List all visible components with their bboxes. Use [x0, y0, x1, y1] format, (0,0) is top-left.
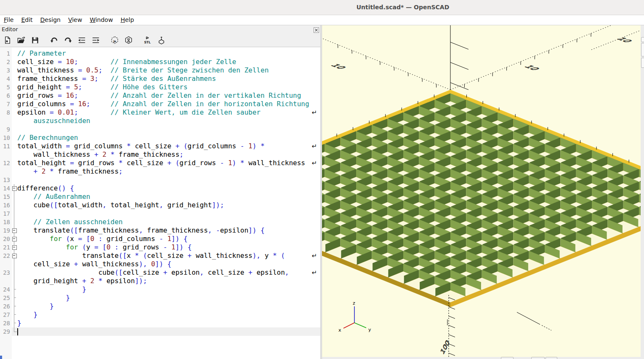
- code-line[interactable]: 5grid_height = 5; // Höhe des Gitters: [0, 83, 320, 91]
- hidden-button[interactable]: [501, 357, 514, 359]
- code-line[interactable]: 4frame_thickness = 3; // Stärke des Auße…: [0, 75, 320, 83]
- code-text: for (y = [0 : grid_rows - 1]) {: [17, 243, 192, 252]
- code-line[interactable]: 18 // Zellen ausschneiden: [0, 218, 320, 226]
- axis-label: z: [353, 300, 355, 306]
- code-text: total_height = grid_rows * cell_size + (…: [17, 159, 305, 167]
- fold-toggle[interactable]: [12, 237, 17, 241]
- code-line[interactable]: 15 // Außenrahmen: [0, 193, 320, 201]
- code-line[interactable]: 29: [0, 327, 320, 336]
- send-to-printer-button[interactable]: [156, 35, 167, 46]
- code-text: // Zellen ausschneiden: [17, 218, 122, 226]
- new-file-button[interactable]: [2, 35, 13, 46]
- code-line[interactable]: 2cell_size = 10; // Innenabmessungen jed…: [0, 58, 320, 66]
- hidden-button[interactable]: [641, 43, 644, 56]
- axis-rulers: [322, 25, 641, 90]
- code-editor[interactable]: 1// Parameter2cell_size = 10; // Innenab…: [0, 48, 320, 359]
- code-line[interactable]: 19 translate([frame_thickness, frame_thi…: [0, 226, 320, 235]
- axis-label: x: [338, 327, 341, 333]
- code-line[interactable]: + 2 * frame_thickness;: [0, 167, 320, 176]
- line-number: 23: [0, 268, 12, 277]
- fold-toggle[interactable]: [12, 186, 17, 191]
- code-line[interactable]: 14difference() {: [0, 184, 320, 193]
- menu-item-file[interactable]: File: [0, 15, 17, 25]
- code-line[interactable]: cell_size + wall_thickness), 0]) {: [0, 260, 320, 268]
- editor-toolbar: »STL: [0, 33, 320, 47]
- viewport-panel[interactable]: 101010100zxy: [322, 25, 641, 357]
- line-number: 18: [0, 218, 12, 226]
- code-text: + 2 * frame_thickness;: [17, 167, 122, 176]
- code-line[interactable]: 27 }: [0, 311, 320, 319]
- code-line[interactable]: 17: [0, 209, 320, 218]
- code-line[interactable]: 23 cube([cell_size + epsilon, cell_size …: [0, 268, 320, 277]
- hidden-button[interactable]: [641, 37, 644, 42]
- code-text: }: [17, 294, 70, 302]
- line-number: 25: [0, 294, 12, 302]
- export-stl-button[interactable]: STL: [142, 35, 153, 46]
- code-line[interactable]: 11total_width = grid_columns * cell_size…: [0, 142, 320, 150]
- fold-column: [12, 159, 17, 167]
- svg-text:STL: STL: [144, 40, 151, 44]
- menu-item-view[interactable]: View: [64, 15, 86, 25]
- code-line[interactable]: 21 for (y = [0 : grid_rows - 1]) {: [0, 243, 320, 252]
- code-line[interactable]: 24 }: [0, 285, 320, 294]
- code-line[interactable]: 25 }: [0, 294, 320, 302]
- line-number: 7: [0, 100, 12, 108]
- openscad-window: Untitled.scad* — OpenSCAD FileEditDesign…: [0, 0, 644, 359]
- code-text: }: [17, 285, 86, 294]
- code-line[interactable]: 13: [0, 176, 320, 184]
- menu-item-window[interactable]: Window: [86, 15, 117, 25]
- code-text: // Berechnungen: [17, 134, 78, 142]
- code-line[interactable]: 6grid_rows = 16; // Anzahl der Zellen in…: [0, 91, 320, 100]
- line-number: [0, 150, 12, 159]
- code-line[interactable]: 16 cube([total_width, total_height, grid…: [0, 201, 320, 209]
- code-line[interactable]: auszuschneiden: [0, 117, 320, 125]
- line-number: [0, 167, 12, 176]
- hidden-button[interactable]: [531, 357, 545, 359]
- window-title: Untitled.scad* — OpenSCAD: [357, 4, 450, 11]
- code-line[interactable]: grid_height + 2 * epsilon]);: [0, 277, 320, 285]
- fold-toggle[interactable]: [12, 245, 17, 250]
- ruler-label: 10: [522, 64, 542, 71]
- menu-item-design[interactable]: Design: [37, 15, 64, 25]
- fold-toggle[interactable]: [12, 254, 17, 258]
- code-line[interactable]: 3wall_thickness = 0.5; // Breite der Ste…: [0, 66, 320, 75]
- code-line[interactable]: 22 translate([x * (cell_size + wall_thic…: [0, 252, 320, 260]
- unindent-icon: [77, 36, 86, 45]
- close-icon[interactable]: [314, 27, 319, 32]
- preview-button[interactable]: »: [109, 35, 120, 46]
- 3d-viewport[interactable]: 101010100zxy: [322, 25, 641, 357]
- fold-toggle[interactable]: [12, 228, 17, 233]
- hidden-button[interactable]: [641, 58, 644, 68]
- text-cursor: [17, 328, 18, 335]
- code-text: grid_height = 5; // Höhe des Gitters: [17, 83, 188, 91]
- open-button[interactable]: [16, 35, 27, 46]
- save-button[interactable]: [29, 35, 40, 46]
- code-line[interactable]: 10// Berechnungen: [0, 134, 320, 142]
- fold-column: [12, 327, 17, 336]
- code-line[interactable]: 7grid_columns = 16; // Anzahl der Zellen…: [0, 100, 320, 108]
- preview-icon: »: [110, 36, 119, 45]
- undo-button[interactable]: [48, 35, 59, 46]
- unindent-button[interactable]: [76, 35, 87, 46]
- code-line[interactable]: 1// Parameter: [0, 49, 320, 58]
- code-line[interactable]: 9: [0, 125, 320, 134]
- wrap-indicator-icon: ↵: [311, 142, 317, 150]
- render-button[interactable]: [123, 35, 134, 46]
- menu-item-edit[interactable]: Edit: [17, 15, 36, 25]
- wrap-indicator-icon: ↵: [311, 108, 317, 117]
- code-line[interactable]: 8epsilon = 0.01; // Kleiner Wert, um die…: [0, 108, 320, 117]
- fold-column: [12, 209, 17, 218]
- hidden-button[interactable]: [546, 357, 557, 359]
- menu-item-help[interactable]: Help: [117, 15, 138, 25]
- redo-button[interactable]: [62, 35, 73, 46]
- code-line[interactable]: 26 }: [0, 302, 320, 311]
- indent-button[interactable]: [90, 35, 101, 46]
- code-line[interactable]: wall_thickness + 2 * frame_thickness;: [0, 150, 320, 159]
- ruler-label: 10: [328, 63, 349, 70]
- code-line[interactable]: 12total_height = grid_rows * cell_size +…: [0, 159, 320, 167]
- code-line[interactable]: 20 for (x = [0 : grid_columns - 1]) {: [0, 235, 320, 243]
- code-area[interactable]: 1// Parameter2cell_size = 10; // Innenab…: [0, 49, 320, 336]
- fold-column: [12, 66, 17, 75]
- right-edge-strip: [641, 25, 644, 359]
- code-line[interactable]: 28}: [0, 319, 320, 327]
